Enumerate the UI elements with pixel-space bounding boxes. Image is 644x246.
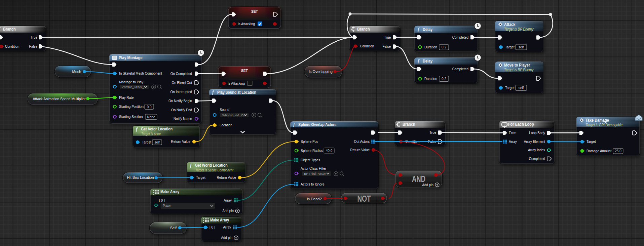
svg-text:SET: SET — [241, 69, 248, 73]
svg-text:Delay: Delay — [423, 59, 432, 64]
svg-text:Array: Array — [509, 139, 517, 144]
svg-text:Is Overlapping: Is Overlapping — [309, 70, 333, 74]
svg-text:Get Actor Location: Get Actor Location — [141, 127, 173, 131]
svg-text:Notify Name: Notify Name — [174, 117, 192, 121]
svg-text:False: False — [383, 44, 391, 48]
svg-text:self: self — [519, 86, 524, 90]
svg-text:Branch: Branch — [357, 27, 370, 32]
svg-text:0.2: 0.2 — [442, 45, 446, 49]
svg-text:Condition: Condition — [360, 44, 374, 48]
svg-text:Exec: Exec — [509, 131, 516, 135]
svg-text:BP Third Person: BP Third Person — [304, 172, 326, 175]
svg-text:Duration: Duration — [424, 77, 437, 81]
svg-text:Completed: Completed — [452, 35, 468, 39]
svg-text:Duration: Duration — [424, 45, 437, 49]
svg-text:Hit Box Location: Hit Box Location — [127, 175, 154, 179]
svg-text:25.0: 25.0 — [615, 149, 621, 153]
svg-text:Montage to Play: Montage to Play — [119, 80, 144, 84]
svg-text:Mesh: Mesh — [72, 70, 81, 74]
svg-text:Loop Body: Loop Body — [529, 131, 545, 135]
svg-text:Array Index: Array Index — [528, 148, 545, 152]
svg-text:Return Value: Return Value — [171, 139, 191, 144]
svg-text:[ 0 ]: [ 0 ] — [210, 225, 215, 229]
svg-text:0.2: 0.2 — [442, 77, 446, 81]
svg-text:False: False — [29, 44, 38, 48]
svg-text:SET: SET — [251, 9, 258, 13]
svg-text:Out Actors: Out Actors — [354, 139, 370, 144]
svg-text:Get World Location: Get World Location — [195, 163, 228, 168]
svg-text:Array Element: Array Element — [524, 139, 545, 144]
svg-text:Condition: Condition — [5, 44, 19, 48]
svg-text:Branch: Branch — [3, 27, 16, 32]
svg-text:Target is BP Enemy: Target is BP Enemy — [504, 68, 534, 72]
svg-text:0.0: 0.0 — [147, 105, 152, 109]
svg-text:Play Rate: Play Rate — [119, 95, 134, 99]
svg-text:Attack: Attack — [504, 22, 515, 27]
svg-text:Delay: Delay — [423, 27, 432, 32]
svg-text:Attack Animation Speed Multipl: Attack Animation Speed Multiplier — [33, 97, 86, 101]
svg-text:Pawn: Pawn — [163, 204, 171, 208]
svg-text:Sphere Overlap Actors: Sphere Overlap Actors — [298, 122, 337, 127]
svg-text:NOT: NOT — [357, 194, 371, 203]
svg-text:True: True — [384, 35, 391, 39]
svg-text:Damage Amount: Damage Amount — [586, 149, 611, 153]
svg-text:Target: Target — [142, 140, 151, 144]
svg-text:Is Attacking: Is Attacking — [238, 22, 255, 26]
svg-text:In Skeletal Mesh Component: In Skeletal Mesh Component — [119, 71, 162, 75]
svg-text:Move to Player: Move to Player — [504, 63, 530, 68]
svg-text:AND: AND — [412, 174, 425, 183]
svg-text:Add pin: Add pin — [221, 236, 232, 240]
svg-text:On Interrupted: On Interrupted — [171, 90, 192, 94]
svg-text:[ 0 ]: [ 0 ] — [159, 198, 165, 202]
svg-text:Return Value: Return Value — [217, 175, 236, 179]
svg-text:Take Damage: Take Damage — [585, 118, 609, 123]
svg-text:Object Types: Object Types — [301, 158, 320, 162]
svg-text:For Each Loop: For Each Loop — [508, 122, 534, 127]
svg-text:Target: Target — [586, 139, 596, 144]
svg-text:self: self — [519, 45, 524, 49]
svg-text:Zombie_Attack_: Zombie_Attack_ — [122, 85, 144, 89]
svg-text:Branch: Branch — [403, 122, 415, 127]
svg-text:Add pin: Add pin — [422, 183, 433, 187]
svg-text:Is Dead?: Is Dead? — [307, 197, 322, 201]
svg-text:Is Attacking: Is Attacking — [228, 81, 245, 85]
svg-text:On Blend Out: On Blend Out — [172, 81, 192, 85]
svg-text:Completed: Completed — [452, 67, 468, 71]
svg-text:Return Value: Return Value — [350, 148, 370, 152]
svg-text:Starting Position: Starting Position — [119, 105, 144, 109]
svg-text:Actors to Ignore: Actors to Ignore — [301, 182, 325, 186]
svg-text:Make Array: Make Array — [160, 190, 179, 194]
svg-text:Sound: Sound — [220, 108, 229, 112]
svg-text:Sphere Radius: Sphere Radius — [301, 149, 323, 153]
svg-text:Target: Target — [505, 45, 515, 49]
svg-text:Target is BPI Damagable: Target is BPI Damagable — [585, 123, 623, 127]
svg-text:Sphere Pos: Sphere Pos — [301, 139, 318, 144]
svg-text:Play Montage: Play Montage — [119, 55, 143, 60]
svg-text:True: True — [31, 35, 37, 39]
svg-text:Target is Actor: Target is Actor — [141, 132, 161, 136]
svg-text:self: self — [154, 140, 160, 144]
svg-text:Target: Target — [196, 175, 205, 179]
svg-text:Array: Array — [224, 198, 232, 202]
svg-text:40.0: 40.0 — [326, 149, 333, 153]
svg-text:On Notify Begin: On Notify Begin — [168, 99, 192, 103]
svg-text:Completed: Completed — [529, 157, 545, 161]
svg-text:Play Sound at Location: Play Sound at Location — [217, 90, 256, 95]
svg-text:On Notify End: On Notify End — [171, 108, 192, 112]
svg-text:Array: Array — [223, 225, 231, 229]
svg-text:None: None — [147, 115, 155, 119]
svg-text:Add pin: Add pin — [222, 209, 234, 213]
svg-text:Whoosh_4-1_Cu: Whoosh_4-1_Cu — [222, 113, 245, 117]
svg-text:Make Array: Make Array — [210, 218, 229, 222]
svg-text:On Completed: On Completed — [171, 72, 192, 76]
svg-text:Target: Target — [505, 86, 515, 90]
svg-text:Target is Scene Component: Target is Scene Component — [195, 168, 234, 172]
svg-text:True: True — [429, 130, 436, 134]
svg-text:Actor Class Filter: Actor Class Filter — [301, 166, 326, 170]
svg-text:Location: Location — [220, 123, 232, 127]
svg-text:Self: Self — [170, 226, 177, 230]
svg-text:Starting Section: Starting Section — [119, 115, 143, 119]
svg-text:Target is BP Enemy: Target is BP Enemy — [504, 27, 534, 32]
